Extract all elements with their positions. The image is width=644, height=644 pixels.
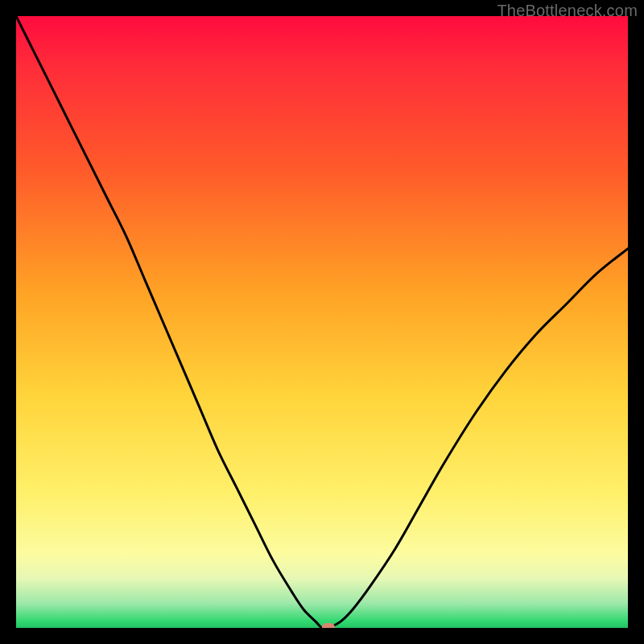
chart-frame: TheBottleneck.com (0, 0, 644, 644)
plot-area (16, 16, 628, 628)
optimum-marker-icon (322, 623, 335, 628)
watermark-label: TheBottleneck.com (497, 2, 638, 20)
bottleneck-curve (16, 16, 628, 628)
